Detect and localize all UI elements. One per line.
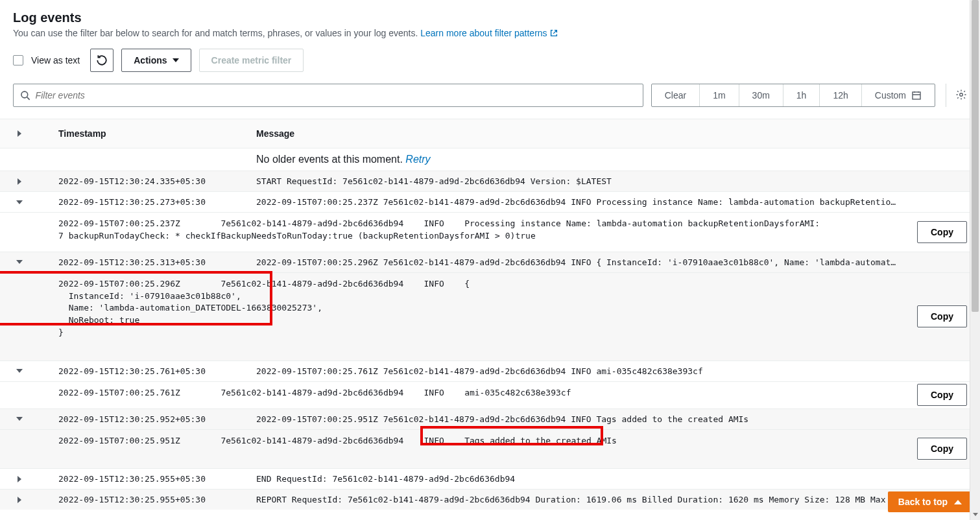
back-to-top-button[interactable]: Back to top [888, 491, 972, 510]
collapse-icon[interactable] [16, 200, 23, 204]
time-custom[interactable]: Custom [862, 84, 935, 106]
log-row[interactable]: 2022-09-15T12:30:25.761+05:30 2022-09-15… [0, 361, 980, 382]
log-row[interactable]: 2022-09-15T12:30:25.313+05:30 2022-09-15… [0, 252, 980, 273]
time-1h[interactable]: 1h [783, 84, 820, 106]
timestamp-cell: 2022-09-15T12:30:25.955+05:30 [39, 490, 250, 510]
filter-events-search[interactable] [13, 84, 643, 107]
expand-icon[interactable] [18, 497, 21, 503]
calendar-icon [911, 90, 922, 100]
message-cell: REPORT RequestId: 7e561c02-b141-4879-ad9… [250, 490, 980, 510]
settings-button[interactable] [955, 89, 967, 102]
log-row[interactable]: 2022-09-15T12:30:25.952+05:30 2022-09-15… [0, 409, 980, 430]
refresh-icon [96, 54, 108, 66]
time-30m[interactable]: 30m [739, 84, 783, 106]
log-row[interactable]: 2022-09-15T12:30:25.955+05:30 REPORT Req… [0, 490, 980, 510]
actions-button[interactable]: Actions [121, 49, 191, 72]
expand-all-icon[interactable] [18, 130, 21, 137]
learn-more-link[interactable]: Learn more about filter patterns [420, 28, 558, 38]
copy-button[interactable]: Copy [917, 305, 967, 327]
refresh-button[interactable] [90, 49, 114, 72]
timestamp-cell: 2022-09-15T12:30:25.273+05:30 [39, 192, 250, 212]
collapse-icon[interactable] [16, 369, 23, 373]
create-metric-filter-button[interactable]: Create metric filter [199, 49, 304, 72]
no-older-row: No older events at this moment. Retry [0, 148, 980, 171]
expanded-log-content: 2022-09-15T07:00:25.237Z 7e561c02-b141-4… [0, 213, 980, 252]
collapse-icon[interactable] [16, 417, 23, 421]
filter-input[interactable] [36, 90, 636, 100]
table-header-row: Timestamp Message [0, 119, 980, 148]
gear-icon [955, 89, 967, 100]
column-message: Message [250, 119, 980, 148]
message-cell: 2022-09-15T07:00:25.761Z 7e561c02-b141-4… [250, 361, 980, 381]
external-link-icon [549, 29, 558, 38]
view-as-text-label: View as text [31, 55, 80, 65]
message-cell: 2022-09-15T07:00:25.296Z 7e561c02-b141-4… [250, 252, 980, 272]
log-row[interactable]: 2022-09-15T12:30:24.335+05:30 START Requ… [0, 171, 980, 192]
column-timestamp: Timestamp [39, 119, 250, 148]
timestamp-cell: 2022-09-15T12:30:25.952+05:30 [39, 409, 250, 429]
log-row[interactable]: 2022-09-15T12:30:25.955+05:30 END Reques… [0, 469, 980, 490]
retry-link[interactable]: Retry [405, 154, 430, 165]
svg-point-0 [21, 91, 28, 98]
collapse-icon[interactable] [16, 260, 23, 264]
timestamp-cell: 2022-09-15T12:30:25.761+05:30 [39, 361, 250, 381]
timestamp-cell: 2022-09-15T12:30:24.335+05:30 [39, 171, 250, 191]
expand-icon[interactable] [18, 476, 21, 482]
log-row[interactable]: 2022-09-15T12:30:25.273+05:30 2022-09-15… [0, 192, 980, 213]
expanded-log-content: 2022-09-15T07:00:25.951Z 7e561c02-b141-4… [0, 430, 980, 469]
svg-rect-1 [913, 92, 920, 99]
vertical-scrollbar[interactable] [970, 0, 980, 510]
message-cell: 2022-09-15T07:00:25.237Z 7e561c02-b141-4… [250, 192, 980, 212]
message-cell: START RequestId: 7e561c02-b141-4879-ad9d… [250, 171, 980, 191]
search-icon [20, 90, 30, 100]
scrollbar-thumb[interactable] [972, 0, 979, 312]
expanded-log-content: 2022-09-15T07:00:25.296Z 7e561c02-b141-4… [0, 273, 980, 361]
page-subtitle: You can use the filter bar below to sear… [13, 28, 967, 38]
timestamp-cell: 2022-09-15T12:30:25.955+05:30 [39, 469, 250, 489]
subtitle-text: You can use the filter bar below to sear… [13, 28, 420, 38]
svg-point-2 [960, 93, 963, 96]
view-as-text-checkbox[interactable] [13, 55, 23, 65]
page-title: Log events [13, 10, 967, 25]
time-clear[interactable]: Clear [652, 84, 700, 106]
timestamp-cell: 2022-09-15T12:30:25.313+05:30 [39, 252, 250, 272]
message-cell: 2022-09-15T07:00:25.951Z 7e561c02-b141-4… [250, 409, 980, 429]
message-cell: END RequestId: 7e561c02-b141-4879-ad9d-2… [250, 469, 980, 489]
chevron-down-icon [173, 58, 179, 62]
time-range-segment: Clear 1m 30m 1h 12h Custom [651, 84, 935, 107]
copy-button[interactable]: Copy [917, 384, 967, 406]
expanded-log-content: 2022-09-15T07:00:25.761Z 7e561c02-b141-4… [0, 382, 980, 409]
chevron-up-icon [954, 500, 962, 504]
copy-button[interactable]: Copy [917, 221, 967, 243]
time-12h[interactable]: 12h [820, 84, 861, 106]
copy-button[interactable]: Copy [917, 438, 967, 460]
time-1m[interactable]: 1m [700, 84, 739, 106]
expand-icon[interactable] [18, 178, 21, 185]
